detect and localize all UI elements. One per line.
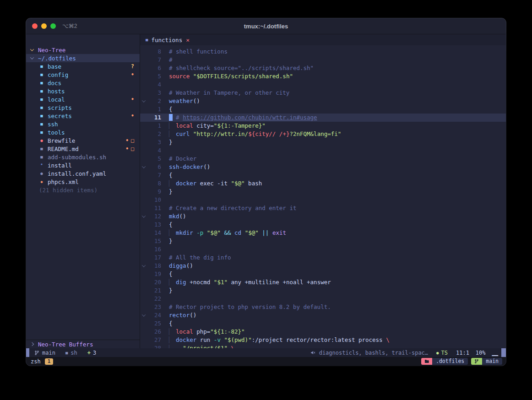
tree-item[interactable]: ■hosts (26, 87, 140, 95)
fold-column (140, 179, 147, 188)
neotree-source-header[interactable]: Neo-Tree (26, 46, 140, 54)
indent-guide: ▏ (169, 328, 176, 335)
code-line[interactable]: 1{ (140, 105, 506, 114)
tree-item[interactable]: ■base? (26, 62, 140, 70)
code-line[interactable]: 5# Docker (140, 155, 506, 163)
line-number: 9 (147, 188, 161, 196)
code-line[interactable]: 26▏ local php="${1:-82}" (140, 328, 506, 336)
line-number: 12 (147, 212, 161, 221)
tree-item[interactable]: ◆phpcs.xml (26, 178, 140, 186)
fold-column (140, 188, 147, 196)
code-line[interactable]: 20▏ dig +nocmd "$1" any +multiline +noal… (140, 278, 506, 286)
code-line[interactable]: 16 (140, 245, 506, 254)
line-number: 25 (147, 319, 161, 328)
hidden-items-note: (21 hidden items) (26, 186, 140, 194)
code-line[interactable]: 14▏ mkdir -p "$@" && cd "$@" || exit (140, 229, 506, 237)
neotree-file-list: Neo-Tree ~/.dotfiles ■base?■config•■docs… (26, 34, 140, 340)
code-line[interactable]: 6ssh-docker() (140, 163, 506, 171)
item-name: docs (48, 80, 61, 86)
code-line[interactable]: 7# (140, 56, 506, 64)
code-line[interactable]: 18digga() (140, 262, 506, 270)
code-line[interactable]: 15} (140, 237, 506, 245)
close-window-button[interactable] (32, 23, 38, 29)
tree-item[interactable]: ■docs (26, 79, 140, 87)
indent-guide: ▏ (169, 229, 176, 236)
tree-item[interactable]: ●install.conf.yaml (26, 169, 140, 178)
neotree-buffers-section[interactable]: Neo-Tree Buffers (26, 340, 140, 348)
line-number: 18 (147, 262, 161, 270)
code-line[interactable]: 25{ (140, 319, 506, 328)
tree-item[interactable]: ●Brewfile•□ (26, 136, 140, 145)
minimize-window-button[interactable] (41, 23, 47, 29)
fold-chevron-icon (142, 98, 146, 102)
tree-item[interactable]: ■ssh (26, 120, 140, 128)
statusline-right: diagnosticls, bashls, trail-spac… ● TS 1… (310, 348, 506, 357)
code-line[interactable]: 10 (140, 196, 506, 204)
code-line[interactable]: 4 (140, 81, 506, 89)
code-line[interactable]: 28▏ "/project/$1" \ (140, 344, 506, 348)
line-number: 8 (147, 179, 161, 188)
mode-indicator (26, 348, 29, 357)
code-line[interactable]: 17# All the dig info (140, 254, 506, 262)
git-status-badge: • (131, 113, 134, 119)
fold-chevron-icon (142, 164, 146, 168)
folder-icon: ■ (39, 64, 44, 69)
fold-chevron-icon (142, 263, 146, 267)
fold-column (140, 171, 147, 179)
code-line[interactable]: 22 (140, 295, 506, 303)
git-status-badge: • (125, 146, 129, 152)
code-line[interactable]: 11 # https://github.com/chubin/wttr.in#u… (140, 114, 506, 122)
code-line[interactable]: 1▏ local city="${1:-Tampere}" (140, 122, 506, 130)
tree-item[interactable]: ■config• (26, 70, 140, 79)
tree-item[interactable]: ■README.md•□ (26, 145, 140, 153)
code-line[interactable]: 21} (140, 286, 506, 295)
tree-item[interactable]: ■add-submodules.sh (26, 153, 140, 161)
code-line[interactable]: 2weather() (140, 97, 506, 105)
folder-icon: ■ (39, 72, 44, 77)
code-line[interactable]: 3} (140, 138, 506, 146)
zoom-window-button[interactable] (50, 23, 56, 29)
code-line[interactable]: 5source "$DOTFILES/scripts/shared.sh" (140, 72, 506, 81)
cursor (169, 114, 173, 121)
code-line[interactable]: 3# Weather in Tampere, or other city (140, 89, 506, 97)
tmux-window-zsh[interactable]: zsh 1 (31, 358, 53, 365)
shell-filetype-icon: ■ (65, 351, 68, 355)
terminal-window: ⌥⌘2 tmux:~/.dotfiles Neo-Tree ~/.dotfile… (26, 18, 506, 366)
code-line[interactable]: 8▏ docker exec -it "$@" bash (140, 179, 506, 188)
line-number: 20 (147, 278, 161, 286)
close-tab-icon[interactable]: × (186, 37, 190, 43)
tree-item[interactable]: ■secrets• (26, 112, 140, 120)
code-line[interactable]: 9} (140, 188, 506, 196)
code-line[interactable]: 13{ (140, 221, 506, 229)
filetype-label: sh (71, 350, 77, 356)
tree-item[interactable]: ■tools (26, 128, 140, 136)
code-line[interactable]: 19{ (140, 270, 506, 278)
code-area[interactable]: 8# shell functions7#6# shellcheck source… (140, 45, 506, 348)
code-line[interactable]: 4 (140, 146, 506, 155)
item-name: add-submodules.sh (48, 154, 106, 161)
tree-item[interactable]: ■local• (26, 95, 140, 103)
line-number: 21 (147, 286, 161, 295)
code-line[interactable]: 11# Create a new directory and enter it (140, 204, 506, 212)
item-name: secrets (48, 113, 72, 119)
item-name: scripts (48, 104, 72, 111)
tree-item[interactable]: *install (26, 161, 140, 169)
neotree-root-item[interactable]: ~/.dotfiles (26, 54, 140, 62)
code-line[interactable]: 7{ (140, 171, 506, 179)
tree-item[interactable]: ■scripts (26, 103, 140, 112)
fold-chevron-icon (142, 313, 146, 316)
folder-icon: ■ (39, 89, 44, 93)
code-line[interactable]: 23# Rector project to php version 8.2 by… (140, 303, 506, 311)
code-line[interactable]: 27▏ docker run -v "$(pwd)":/project rect… (140, 336, 506, 344)
line-number: 6 (147, 64, 161, 72)
tmux-window-name: zsh (31, 358, 41, 365)
code-line[interactable]: 6# shellcheck source="../scripts/shared.… (140, 64, 506, 72)
line-number: 1 (147, 122, 161, 130)
code-line[interactable]: 2▏ curl "http://wttr.in/${city// /+}?2nF… (140, 130, 506, 138)
code-line[interactable]: 24rector() (140, 311, 506, 319)
code-line[interactable]: 12mkd() (140, 212, 506, 221)
code-line[interactable]: 8# shell functions (140, 48, 506, 56)
titlebar[interactable]: ⌥⌘2 tmux:~/.dotfiles (26, 18, 506, 34)
tab-functions[interactable]: ■ functions × (146, 37, 190, 43)
folder-icon: ■ (39, 81, 44, 85)
